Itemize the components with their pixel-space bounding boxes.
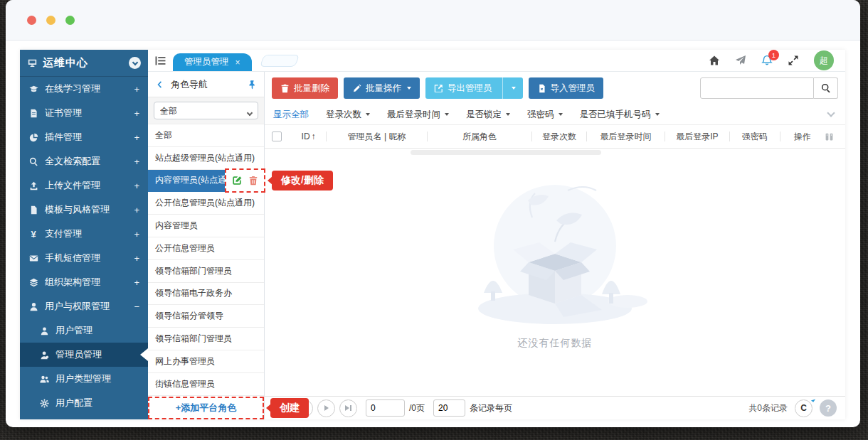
- pen-icon: [352, 84, 361, 93]
- role-item[interactable]: 领导信箱电子政务办: [148, 283, 264, 306]
- sidebar-item-label: 上传文件管理: [45, 179, 100, 192]
- sidebar-subitem-user-types[interactable]: 用户类型管理: [20, 367, 148, 391]
- batch-operation-label: 批量操作: [366, 82, 401, 95]
- role-item[interactable]: 站点超级管理员(站点通用): [148, 147, 264, 170]
- batch-delete-button[interactable]: 批量删除: [272, 77, 338, 99]
- content-area: 批量删除 批量操作 导出管理员: [265, 72, 845, 419]
- batch-delete-label: 批量删除: [294, 82, 329, 95]
- home-icon[interactable]: [709, 55, 720, 66]
- sidebar-item-organization[interactable]: 组织架构管理 +: [20, 270, 148, 294]
- avatar[interactable]: 超: [814, 50, 834, 70]
- sidebar-item-online-learning[interactable]: 在线学习管理 +: [20, 77, 148, 101]
- role-filter-select[interactable]: 全部: [154, 102, 258, 119]
- sidebar-item-users-permissions[interactable]: 用户与权限管理 −: [20, 294, 148, 318]
- role-item[interactable]: 领导信箱分管领导: [148, 305, 264, 328]
- refresh-button[interactable]: C: [795, 399, 813, 417]
- ghost-tab: [259, 55, 299, 67]
- column-name[interactable]: 管理员名 | 昵称: [327, 131, 427, 143]
- column-role[interactable]: 所属角色: [428, 131, 531, 143]
- tab-admin-management[interactable]: 管理员管理 ×: [173, 53, 252, 71]
- expand-plus-icon: +: [134, 108, 139, 119]
- page-size-input[interactable]: [433, 399, 465, 417]
- bell-icon[interactable]: 1: [761, 55, 773, 66]
- column-last-login-time[interactable]: 最后登录时间: [587, 131, 665, 143]
- sidebar-item-sms[interactable]: 手机短信管理 +: [20, 246, 148, 270]
- column-id[interactable]: ID↑: [291, 132, 326, 141]
- users-icon: [39, 374, 49, 384]
- close-window-button[interactable]: [27, 16, 36, 25]
- column-strong-password[interactable]: 强密码: [730, 131, 780, 143]
- caret-down-icon: [366, 113, 370, 116]
- expand-plus-icon: +: [134, 84, 139, 95]
- sidebar-subitem-user-config[interactable]: 用户配置: [20, 391, 148, 415]
- tab-label: 管理员管理: [184, 56, 229, 68]
- role-item[interactable]: 街镇信息管理员: [148, 373, 264, 396]
- trash-icon[interactable]: [248, 176, 258, 186]
- sidebar-item-label: 用户与权限管理: [45, 300, 110, 313]
- paper-plane-icon[interactable]: [735, 55, 746, 66]
- sidebar-collapse-icon[interactable]: [129, 57, 141, 69]
- select-all-checkbox[interactable]: [272, 132, 282, 141]
- role-filter-band: 全部: [148, 97, 264, 124]
- export-admin-button[interactable]: 导出管理员: [425, 77, 502, 99]
- sidebar-header[interactable]: 运维中心: [20, 50, 148, 77]
- column-login-count[interactable]: 登录次数: [532, 131, 586, 143]
- filter-collapse-chevron-icon[interactable]: [827, 109, 835, 117]
- sort-asc-icon[interactable]: ↑: [312, 132, 316, 141]
- help-button[interactable]: ?: [820, 399, 837, 417]
- role-item[interactable]: 全部: [148, 124, 264, 147]
- sidebar-subitem-admin-config[interactable]: 管理员配置: [20, 415, 148, 419]
- filter-strong-password[interactable]: 强密码: [527, 109, 563, 121]
- role-item[interactable]: 领导信箱部门管理员: [148, 260, 264, 283]
- search-icon: [821, 83, 831, 93]
- search-input[interactable]: [700, 77, 814, 99]
- column-actions[interactable]: 操作: [780, 131, 825, 143]
- column-settings-icon[interactable]: [825, 132, 834, 141]
- filter-has-phone[interactable]: 是否已填手机号码: [580, 109, 660, 121]
- role-item[interactable]: 公开信息管理员: [148, 237, 264, 260]
- sidebar-item-certificate[interactable]: 证书管理 +: [20, 101, 148, 125]
- sidebar-subitem-user-management[interactable]: 用户管理: [20, 318, 148, 343]
- horizontal-scrollbar[interactable]: [411, 150, 601, 155]
- role-item-selected[interactable]: 内容管理员(站点通用) 修改/删除: [148, 170, 264, 193]
- chevron-left-icon[interactable]: [155, 80, 164, 89]
- show-all-link[interactable]: 显示全部: [273, 109, 309, 121]
- filter-last-login-time[interactable]: 最后登录时间: [387, 109, 449, 121]
- filter-locked[interactable]: 是否锁定: [466, 109, 510, 121]
- sidebar-item-templates[interactable]: 模板与风格管理 +: [20, 198, 148, 222]
- add-platform-role-button[interactable]: +添加平台角色 创建: [148, 397, 264, 419]
- app-title: 运维中心: [43, 56, 123, 70]
- sidebar-item-upload-files[interactable]: 上传文件管理 +: [20, 173, 148, 198]
- import-admin-button[interactable]: 导入管理员: [529, 77, 604, 99]
- layers-icon: [28, 277, 38, 287]
- sidebar-item-plugins[interactable]: 插件管理 +: [20, 125, 148, 149]
- minimize-window-button[interactable]: [46, 16, 55, 25]
- edit-delete-callout: 修改/删除: [272, 171, 333, 191]
- search-button[interactable]: [814, 77, 838, 99]
- page-number-input[interactable]: [366, 399, 405, 417]
- role-item[interactable]: 内容管理员: [148, 215, 264, 237]
- role-item[interactable]: 公开信息管理员(站点通用): [148, 192, 264, 215]
- sidebar-item-fulltext-search[interactable]: 全文检索配置 +: [20, 149, 148, 173]
- batch-operation-button[interactable]: 批量操作: [344, 77, 420, 99]
- maximize-window-button[interactable]: [65, 16, 75, 25]
- last-page-button[interactable]: [339, 399, 357, 417]
- role-item[interactable]: 网上办事管理员: [148, 350, 264, 373]
- sidebar-subitem-admin-management[interactable]: 管理员管理: [20, 343, 148, 367]
- export-dropdown-button[interactable]: [502, 77, 523, 99]
- pin-icon[interactable]: [248, 80, 257, 90]
- fullscreen-icon[interactable]: [788, 55, 799, 66]
- column-last-login-ip[interactable]: 最后登录IP: [665, 131, 729, 143]
- tab-close-icon[interactable]: ×: [235, 58, 240, 67]
- sidebar-item-payment[interactable]: ¥ 支付管理 +: [20, 222, 148, 246]
- edit-icon[interactable]: [232, 176, 242, 186]
- yen-icon: ¥: [28, 229, 38, 240]
- file-icon: [28, 205, 38, 215]
- next-page-button[interactable]: [317, 399, 335, 417]
- filter-login-count[interactable]: 登录次数: [326, 109, 370, 121]
- outdent-icon[interactable]: [155, 56, 166, 65]
- admin-user-icon: [39, 350, 49, 360]
- role-item[interactable]: 领导信箱部门管理员: [148, 328, 264, 350]
- add-platform-role-label: +添加平台角色: [176, 402, 237, 414]
- import-admin-label: 导入管理员: [551, 82, 596, 95]
